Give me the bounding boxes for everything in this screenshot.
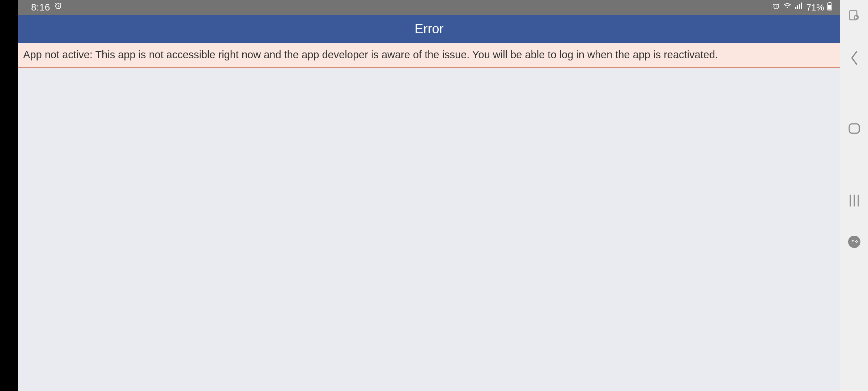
- wifi-icon: [783, 2, 792, 13]
- app-header: Error: [18, 15, 840, 43]
- touch-input-icon[interactable]: [848, 9, 861, 22]
- alarm-icon: [54, 2, 63, 13]
- content-area: [18, 68, 840, 391]
- home-button[interactable]: [848, 123, 860, 134]
- battery-icon: [827, 2, 832, 13]
- recents-button[interactable]: [848, 194, 861, 207]
- navigation-bar: [840, 0, 868, 391]
- status-time: 8:16: [31, 2, 50, 13]
- page-title: Error: [415, 21, 444, 37]
- svg-rect-2: [828, 5, 831, 10]
- svg-point-13: [855, 241, 856, 242]
- svg-rect-5: [849, 124, 859, 133]
- app-content: 8:16: [18, 0, 840, 391]
- status-bar-right: 71%: [772, 2, 832, 13]
- svg-point-12: [856, 242, 857, 243]
- battery-percent: 71%: [806, 3, 824, 13]
- svg-point-9: [848, 236, 860, 248]
- signal-icon: [795, 2, 803, 13]
- alarm-icon: [772, 2, 780, 13]
- game-launcher-button[interactable]: [848, 235, 861, 248]
- screen-notch-area: [0, 0, 18, 391]
- error-banner: App not active: This app is not accessib…: [18, 43, 840, 68]
- status-bar: 8:16: [18, 0, 840, 15]
- svg-rect-1: [829, 2, 831, 3]
- back-button[interactable]: [847, 51, 861, 65]
- svg-point-10: [856, 240, 857, 241]
- svg-point-11: [857, 241, 858, 242]
- status-bar-left: 8:16: [31, 2, 63, 13]
- error-message: App not active: This app is not accessib…: [23, 47, 835, 62]
